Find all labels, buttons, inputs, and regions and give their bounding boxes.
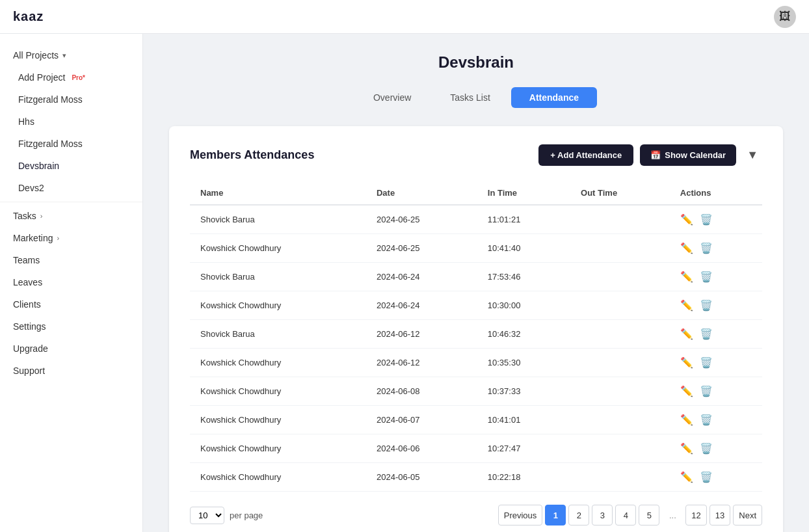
sidebar-item-teams[interactable]: Teams [0,249,142,271]
sidebar-item-upgrade[interactable]: Upgrade [0,338,142,360]
delete-icon[interactable]: 🗑️ [700,213,713,226]
sidebar-item-clients[interactable]: Clients [0,293,142,315]
pagination-bar: 10 25 50 per page Previous12345...1213Ne… [190,505,762,525]
app-logo: kaaz [13,9,44,24]
sidebar-leaves-label: Leaves [13,277,42,287]
page-title: Devsbrain [169,53,783,72]
filter-button[interactable]: ▼ [743,144,762,166]
card-title: Members Attendances [190,148,314,162]
delete-icon[interactable]: 🗑️ [700,328,713,340]
edit-icon[interactable]: ✏️ [680,242,693,254]
next-page-button[interactable]: Next [733,505,762,525]
cell-name: Kowshick Chowdhury [190,434,366,463]
edit-icon[interactable]: ✏️ [680,271,693,283]
page-number-button[interactable]: 2 [568,505,589,525]
edit-icon[interactable]: ✏️ [680,356,693,369]
cell-name: Shovick Barua [190,205,366,234]
sidebar-item-devsbrain[interactable]: Devsbrain [0,155,142,177]
edit-icon[interactable]: ✏️ [680,299,693,312]
sidebar-all-projects[interactable]: All Projects ▾ [0,44,142,66]
page-ellipsis: ... [662,505,683,525]
edit-icon[interactable]: ✏️ [680,414,693,426]
add-attendance-button[interactable]: + Add Attendance [538,144,633,166]
sidebar-item-devs2[interactable]: Devs2 [0,177,142,199]
sidebar: All Projects ▾ Add Project Pro* Fitzgera… [0,34,143,532]
edit-icon[interactable]: ✏️ [680,213,693,226]
cell-actions: ✏️ 🗑️ [670,234,762,263]
sidebar-tasks-label: Tasks [13,211,36,221]
col-name: Name [190,181,366,205]
page-number-button[interactable]: 13 [710,505,730,525]
delete-icon[interactable]: 🗑️ [700,442,713,455]
cell-in-time: 10:41:01 [477,406,570,434]
cell-out-time [570,406,670,434]
sidebar-item-tasks[interactable]: Tasks › [0,205,142,227]
cell-date: 2024-06-07 [366,406,477,434]
avatar[interactable]: 🖼 [774,6,796,28]
delete-icon[interactable]: 🗑️ [700,385,713,397]
cell-name: Kowshick Chowdhury [190,349,366,377]
table-body: Shovick Barua 2024-06-25 11:01:21 ✏️ 🗑️ … [190,205,762,492]
cell-name: Kowshick Chowdhury [190,234,366,263]
delete-icon[interactable]: 🗑️ [700,471,713,483]
sidebar-item-support[interactable]: Support [0,360,142,382]
page-number-button[interactable]: 12 [685,505,706,525]
tab-tasks-list[interactable]: Tasks List [432,87,508,108]
cell-actions: ✏️ 🗑️ [670,377,762,406]
cell-out-time [570,263,670,291]
tab-attendance[interactable]: Attendance [511,87,597,108]
cell-date: 2024-06-05 [366,463,477,492]
edit-icon[interactable]: ✏️ [680,328,693,340]
show-calendar-button[interactable]: 📅 Show Calendar [640,144,736,166]
edit-icon[interactable]: ✏️ [680,442,693,455]
edit-icon[interactable]: ✏️ [680,385,693,397]
table-row: Shovick Barua 2024-06-25 11:01:21 ✏️ 🗑️ [190,205,762,234]
cell-date: 2024-06-12 [366,349,477,377]
delete-icon[interactable]: 🗑️ [700,242,713,254]
table-row: Shovick Barua 2024-06-12 10:46:32 ✏️ 🗑️ [190,320,762,349]
cell-name: Shovick Barua [190,320,366,349]
sidebar-item-hhs[interactable]: Hhs [0,111,142,133]
cell-actions: ✏️ 🗑️ [670,406,762,434]
page-number-button[interactable]: 5 [639,505,659,525]
pagination-buttons: Previous12345...1213Next [498,505,762,525]
sidebar-item-marketing[interactable]: Marketing › [0,227,142,249]
cell-date: 2024-06-25 [366,205,477,234]
table-row: Kowshick Chowdhury 2024-06-24 10:30:00 ✏… [190,291,762,320]
cell-out-time [570,291,670,320]
sidebar-item-settings[interactable]: Settings [0,315,142,338]
per-page-select[interactable]: 10 25 50 [190,507,224,524]
cell-in-time: 10:30:00 [477,291,570,320]
delete-icon[interactable]: 🗑️ [700,299,713,312]
chevron-right-icon: › [40,212,43,220]
navbar: kaaz 🖼 [0,0,809,34]
sidebar-add-project[interactable]: Add Project Pro* [0,66,142,88]
main-content: Devsbrain Overview Tasks List Attendance… [143,34,809,532]
attendance-table: Name Date In Time Out Time Actions Shovi… [190,181,762,492]
delete-icon[interactable]: 🗑️ [700,271,713,283]
per-page-section: 10 25 50 per page [190,507,263,524]
sidebar-item-fitzgerald-moss-2[interactable]: Fitzgerald Moss [0,133,142,155]
page-number-button[interactable]: 4 [615,505,636,525]
sidebar-settings-label: Settings [13,321,46,332]
cell-name: Kowshick Chowdhury [190,377,366,406]
cell-name: Kowshick Chowdhury [190,291,366,320]
edit-icon[interactable]: ✏️ [680,471,693,483]
tab-overview[interactable]: Overview [355,87,429,108]
prev-page-button[interactable]: Previous [498,505,543,525]
page-number-button[interactable]: 3 [592,505,613,525]
sidebar-item-leaves[interactable]: Leaves [0,271,142,293]
table-row: Kowshick Chowdhury 2024-06-05 10:22:18 ✏… [190,463,762,492]
sidebar-item-label: Fitzgerald Moss [18,139,83,149]
cell-date: 2024-06-08 [366,377,477,406]
cell-actions: ✏️ 🗑️ [670,434,762,463]
sidebar-support-label: Support [13,366,45,376]
sidebar-item-fitzgerald-moss-1[interactable]: Fitzgerald Moss [0,88,142,111]
sidebar-clients-label: Clients [13,299,41,310]
delete-icon[interactable]: 🗑️ [700,356,713,369]
sidebar-teams-label: Teams [13,255,40,265]
page-number-button[interactable]: 1 [545,505,566,525]
sidebar-marketing-label: Marketing [13,233,53,243]
table-head: Name Date In Time Out Time Actions [190,181,762,205]
delete-icon[interactable]: 🗑️ [700,414,713,426]
